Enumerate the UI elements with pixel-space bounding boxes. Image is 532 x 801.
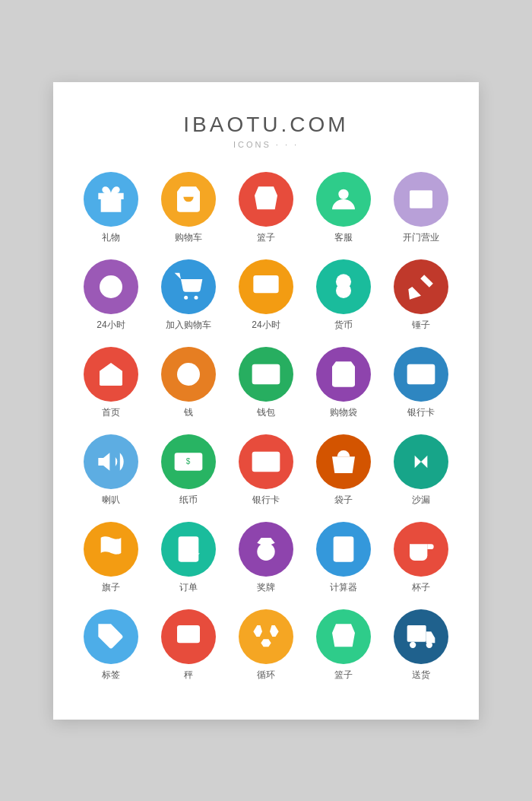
recycle-icon [239, 609, 293, 664]
icon-item-order: 订单 [161, 522, 216, 594]
service-icon [316, 172, 371, 227]
wallet-label: 钱包 [257, 406, 275, 419]
icon-item-wallet: 钱包 [239, 347, 293, 419]
svg-text:$: $ [186, 457, 191, 466]
coin-label: 货币 [334, 319, 353, 332]
icon-item-tag: 标签 [84, 609, 138, 682]
svg-rect-25 [179, 536, 199, 561]
add-cart-icon [161, 259, 216, 314]
icon-item-banknote: $ 纸币 [161, 434, 216, 507]
recycle-label: 循环 [257, 669, 275, 682]
money-icon: $ [161, 347, 216, 402]
svg-text:24: 24 [257, 281, 267, 291]
hourglass-label: 沙漏 [412, 494, 430, 507]
bag-icon: SHOP [316, 347, 371, 402]
open-icon: OPEN [394, 172, 448, 227]
money-label: 钱 [184, 406, 193, 419]
svg-point-36 [426, 641, 432, 647]
header: IBAOTU.COM ICONS · · · [76, 113, 456, 149]
delivery-icon [394, 609, 448, 664]
icon-item-open: OPEN 开门营业 [394, 172, 448, 244]
icons-grid: 礼物 购物车 篮子 客服 OPEN 开门营业 24 24小时 加入购物车 24 [76, 172, 456, 682]
delivery-label: 送货 [412, 669, 430, 682]
icon-item-calc: 计算器 [316, 522, 371, 594]
main-card: IBAOTU.COM ICONS · · · 礼物 购物车 篮子 客服 OPEN… [53, 82, 479, 720]
svg-point-10 [336, 283, 351, 298]
hourglass-icon [394, 434, 448, 489]
bankcard-label: 银行卡 [407, 406, 435, 419]
icon-item-basket2: 篮子 [316, 609, 371, 682]
gift-icon [84, 172, 138, 227]
flag-icon [84, 522, 138, 577]
svg-point-20 [177, 460, 179, 462]
icon-item-cup: 杯子 [394, 522, 448, 594]
scale-icon [161, 609, 216, 664]
home-label: 首页 [102, 406, 120, 419]
calc-label: 计算器 [330, 581, 357, 594]
hammer-label: 锤子 [412, 319, 430, 332]
bankcard2-label: 银行卡 [252, 494, 280, 507]
bankcard2-icon [239, 434, 293, 489]
svg-text:$: $ [185, 367, 192, 382]
svg-rect-17 [407, 364, 435, 384]
banknote-icon: $ [161, 434, 216, 489]
scale-label: 秤 [184, 669, 193, 682]
banknote-label: 纸币 [179, 494, 198, 507]
service-label: 客服 [334, 231, 353, 244]
icon-item-24h: 24 24小时 [84, 259, 138, 332]
basket2-icon [316, 609, 371, 664]
cup-label: 杯子 [412, 581, 430, 594]
icon-item-hourglass: 沙漏 [394, 434, 448, 507]
gift-label: 礼物 [102, 231, 120, 244]
icon-item-bankcard2: 银行卡 [239, 434, 293, 507]
tag-label: 标签 [102, 669, 120, 682]
bag2-icon [316, 434, 371, 489]
basket2-label: 篮子 [334, 669, 353, 682]
icon-item-delivery: 送货 [394, 609, 448, 682]
add-cart-label: 加入购物车 [166, 319, 211, 332]
horn-icon [84, 434, 138, 489]
icon-item-basket: 篮子 [239, 172, 293, 244]
icon-item-home: 首页 [84, 347, 138, 419]
icon-item-hammer: 锤子 [394, 259, 448, 332]
basket-icon [239, 172, 293, 227]
svg-point-0 [338, 189, 348, 199]
cup-icon [394, 522, 448, 577]
icon-item-gift: 礼物 [84, 172, 138, 244]
bag-label: 购物袋 [330, 406, 357, 419]
hammer-icon [394, 259, 448, 314]
icon-item-recycle: 循环 [239, 609, 293, 682]
medal-label: 奖牌 [257, 581, 275, 594]
order-icon [161, 522, 216, 577]
site-subtitle: ICONS · · · [76, 140, 456, 149]
24h2-label: 24小时 [252, 319, 280, 332]
icon-item-service: 客服 [316, 172, 371, 244]
icon-item-horn: 喇叭 [84, 434, 138, 507]
wallet-icon [239, 347, 293, 402]
icon-item-money: $ 钱 [161, 347, 216, 419]
svg-rect-14 [252, 364, 280, 384]
svg-rect-23 [252, 451, 280, 472]
svg-rect-28 [334, 536, 354, 561]
svg-text:SHOP: SHOP [337, 377, 356, 384]
bankcard-icon [394, 347, 448, 402]
svg-point-35 [410, 641, 416, 647]
svg-point-27 [262, 548, 270, 555]
medal-icon [239, 522, 293, 577]
cart-icon [161, 172, 216, 227]
cart-label: 购物车 [175, 231, 202, 244]
icon-item-scale: 秤 [161, 609, 216, 682]
icon-item-coin: 货币 [316, 259, 371, 332]
svg-text:24: 24 [103, 282, 112, 291]
svg-point-6 [195, 295, 198, 299]
icon-item-bag: SHOP 购物袋 [316, 347, 371, 419]
svg-point-21 [198, 460, 200, 462]
svg-rect-34 [407, 625, 426, 642]
svg-point-15 [270, 375, 275, 380]
order-label: 订单 [179, 581, 198, 594]
coin-icon [316, 259, 371, 314]
24h-icon: 24 [84, 259, 138, 314]
icon-item-flag: 旗子 [84, 522, 138, 594]
basket-label: 篮子 [257, 231, 275, 244]
bag2-label: 袋子 [334, 494, 353, 507]
